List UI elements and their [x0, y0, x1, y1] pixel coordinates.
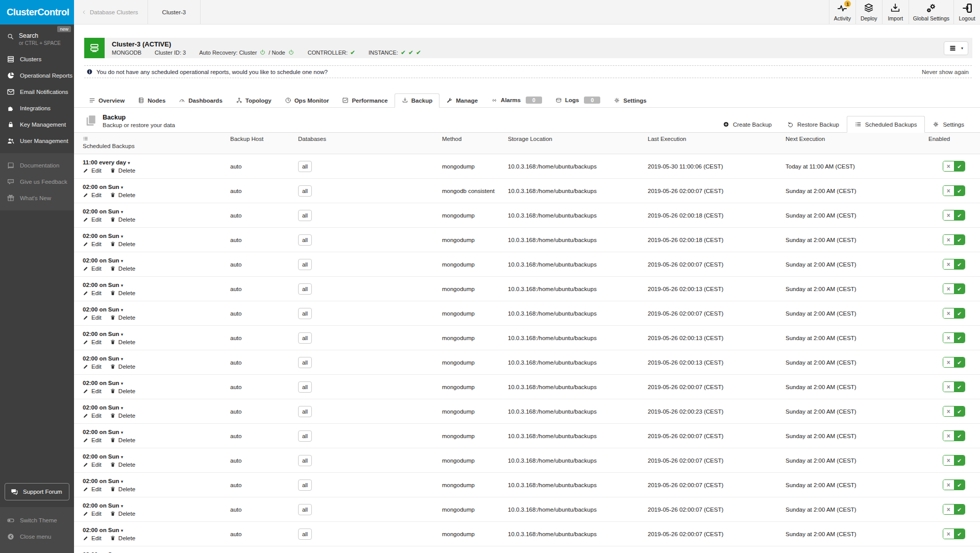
sidebar-item-documentation[interactable]: Documentation — [0, 157, 74, 174]
edit-button[interactable]: Edit — [83, 413, 102, 419]
enabled-toggle[interactable]: ×✔ — [943, 308, 965, 319]
edit-button[interactable]: Edit — [83, 167, 102, 174]
backup-action-restore-backup[interactable]: Restore Backup — [779, 116, 847, 132]
sidebar-item-operational-reports[interactable]: Operational Reports — [0, 67, 74, 84]
power-icon[interactable] — [288, 49, 295, 56]
sidebar-item-email-notifications[interactable]: Email Notifications — [0, 84, 74, 100]
topbar-action-deploy[interactable]: Deploy — [855, 0, 882, 24]
sidebar-item-give-us-feedback[interactable]: Give us Feedback — [0, 174, 74, 190]
edit-button[interactable]: Edit — [83, 388, 102, 394]
schedule-dropdown[interactable]: 02:00 on Sun ▾ — [83, 527, 222, 533]
topbar-action-import[interactable]: Import — [882, 0, 909, 24]
tab-ops-monitor[interactable]: Ops Monitor — [278, 94, 336, 107]
enabled-toggle[interactable]: ×✔ — [943, 234, 965, 245]
delete-button[interactable]: Delete — [110, 241, 135, 247]
edit-button[interactable]: Edit — [83, 266, 102, 272]
edit-button[interactable]: Edit — [83, 192, 102, 198]
enabled-toggle[interactable]: ×✔ — [943, 161, 965, 172]
tab-logs[interactable]: Logs 0 — [549, 93, 607, 107]
sidebar-item-close-menu[interactable]: Close menu — [0, 528, 74, 545]
sidebar-item-switch-theme[interactable]: Switch Theme — [0, 512, 74, 528]
delete-button[interactable]: Delete — [110, 462, 135, 468]
schedule-dropdown[interactable]: 02:00 on Sun ▾ — [83, 551, 222, 553]
enabled-toggle[interactable]: ×✔ — [943, 210, 965, 221]
enabled-toggle[interactable]: ×✔ — [943, 479, 965, 490]
power-icon[interactable] — [259, 49, 266, 56]
support-forum-button[interactable]: Support Forum — [5, 483, 69, 500]
active-cluster-tab[interactable]: Cluster-3 — [148, 0, 201, 24]
schedule-dropdown[interactable]: 02:00 on Sun ▾ — [83, 355, 222, 362]
app-logo[interactable]: ClusterControl — [0, 0, 74, 25]
schedule-dropdown[interactable]: 02:00 on Sun ▾ — [83, 502, 222, 509]
schedule-dropdown[interactable]: 02:00 on Sun ▾ — [83, 306, 222, 312]
backup-action-create-backup[interactable]: Create Backup — [715, 116, 779, 132]
topbar-action-logout[interactable]: Logout — [953, 0, 980, 24]
edit-button[interactable]: Edit — [83, 217, 102, 223]
delete-button[interactable]: Delete — [110, 388, 135, 394]
tab-backup[interactable]: Backup — [395, 93, 440, 108]
tab-dashboards[interactable]: Dashboards — [172, 94, 229, 107]
delete-button[interactable]: Delete — [110, 413, 135, 419]
schedule-dropdown[interactable]: 02:00 on Sun ▾ — [83, 233, 222, 239]
enabled-toggle[interactable]: ×✔ — [943, 283, 965, 294]
edit-button[interactable]: Edit — [83, 486, 102, 492]
delete-button[interactable]: Delete — [110, 167, 135, 174]
cluster-view-dropdown[interactable]: ▾ — [944, 41, 968, 55]
delete-button[interactable]: Delete — [110, 217, 135, 223]
edit-button[interactable]: Edit — [83, 535, 102, 541]
topbar-action-global-settings[interactable]: Global Settings — [909, 0, 953, 24]
schedule-dropdown[interactable]: 02:00 on Sun ▾ — [83, 184, 222, 190]
edit-button[interactable]: Edit — [83, 315, 102, 321]
sidebar-item-clusters[interactable]: Clusters — [0, 51, 74, 67]
sidebar-item-what-s-new[interactable]: What's New — [0, 190, 74, 206]
edit-button[interactable]: Edit — [83, 241, 102, 247]
schedule-dropdown[interactable]: 02:00 on Sun ▾ — [83, 282, 222, 288]
schedule-dropdown[interactable]: 02:00 on Sun ▾ — [83, 380, 222, 386]
sidebar-item-key-management[interactable]: Key Management — [0, 116, 74, 133]
sidebar-item-integrations[interactable]: Integrations — [0, 100, 74, 116]
delete-button[interactable]: Delete — [110, 364, 135, 370]
schedule-dropdown[interactable]: 11:00 every day ▾ — [83, 159, 222, 165]
enabled-toggle[interactable]: ×✔ — [943, 259, 965, 270]
delete-button[interactable]: Delete — [110, 437, 135, 443]
delete-button[interactable]: Delete — [110, 266, 135, 272]
breadcrumb-back[interactable]: Database Clusters — [74, 0, 148, 24]
backup-action-scheduled-backups[interactable]: Scheduled Backups — [847, 116, 925, 133]
topbar-action-activity[interactable]: 1 Activity — [829, 0, 855, 24]
schedule-dropdown[interactable]: 02:00 on Sun ▾ — [83, 404, 222, 411]
backup-action-settings[interactable]: Settings — [925, 116, 972, 132]
edit-button[interactable]: Edit — [83, 290, 102, 296]
enabled-toggle[interactable]: ×✔ — [943, 430, 965, 441]
edit-button[interactable]: Edit — [83, 364, 102, 370]
sidebar-item-user-management[interactable]: User Management — [0, 133, 74, 149]
schedule-dropdown[interactable]: 02:00 on Sun ▾ — [83, 257, 222, 263]
delete-button[interactable]: Delete — [110, 315, 135, 321]
schedule-dropdown[interactable]: 02:00 on Sun ▾ — [83, 478, 222, 484]
delete-button[interactable]: Delete — [110, 339, 135, 345]
enabled-toggle[interactable]: ×✔ — [943, 406, 965, 417]
never-show-again-link[interactable]: Never show again — [922, 69, 970, 75]
tab-manage[interactable]: Manage — [439, 94, 484, 107]
delete-button[interactable]: Delete — [110, 192, 135, 198]
delete-button[interactable]: Delete — [110, 511, 135, 517]
schedule-dropdown[interactable]: 02:00 on Sun ▾ — [83, 429, 222, 435]
delete-button[interactable]: Delete — [110, 290, 135, 296]
enabled-toggle[interactable]: ×✔ — [943, 455, 965, 466]
schedule-dropdown[interactable]: 02:00 on Sun ▾ — [83, 453, 222, 460]
delete-button[interactable]: Delete — [110, 535, 135, 541]
tab-performance[interactable]: Performance — [335, 94, 394, 107]
schedule-dropdown[interactable]: 02:00 on Sun ▾ — [83, 331, 222, 337]
enabled-toggle[interactable]: ×✔ — [943, 504, 965, 515]
edit-button[interactable]: Edit — [83, 462, 102, 468]
enabled-toggle[interactable]: ×✔ — [943, 528, 965, 539]
enabled-toggle[interactable]: ×✔ — [943, 381, 965, 392]
tab-overview[interactable]: Overview — [82, 94, 131, 107]
delete-button[interactable]: Delete — [110, 486, 135, 492]
tab-topology[interactable]: Topology — [229, 94, 278, 107]
enabled-toggle[interactable]: ×✔ — [943, 185, 965, 196]
enabled-toggle[interactable]: ×✔ — [943, 357, 965, 368]
edit-button[interactable]: Edit — [83, 339, 102, 345]
tab-nodes[interactable]: Nodes — [131, 94, 172, 107]
edit-button[interactable]: Edit — [83, 437, 102, 443]
tab-settings[interactable]: Settings — [607, 94, 653, 107]
